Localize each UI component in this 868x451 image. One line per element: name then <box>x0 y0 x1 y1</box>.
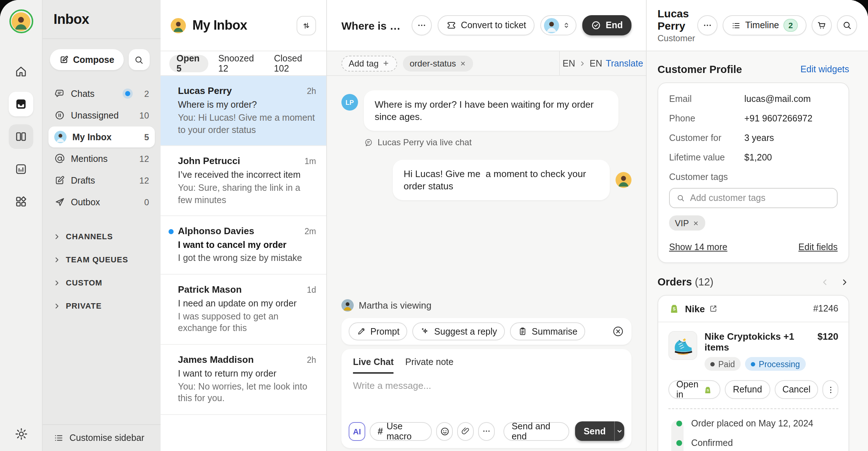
edit-fields-link[interactable]: Edit fields <box>799 242 838 252</box>
analytics-icon[interactable] <box>9 157 33 181</box>
ai-assist-toolbar: Prompt Suggest a reply Summarise <box>341 318 631 345</box>
timeline-button[interactable]: Timeline 2 <box>723 15 807 35</box>
sidebar-header: Inbox <box>43 0 161 39</box>
order-card: S Nike #1246 Nike Cryptokicks +1 items <box>658 295 849 451</box>
sidebar-search-button[interactable] <box>129 49 150 70</box>
cart-button[interactable] <box>812 15 832 35</box>
chat-panel: Where is my order? I... Convert to ticke… <box>327 0 646 451</box>
order-more-button[interactable] <box>823 380 838 399</box>
panel-search-button[interactable] <box>837 15 857 35</box>
app-window: Inbox Compose Chats 2 <box>0 0 868 451</box>
edit-widgets-link[interactable]: Edit widgets <box>800 64 849 74</box>
use-macro-button[interactable]: # Use macro <box>370 422 432 441</box>
chat-more-button[interactable] <box>412 15 432 35</box>
incoming-message: Where is my order? I have been waiting f… <box>364 90 618 131</box>
send-options-button[interactable] <box>614 421 624 441</box>
sort-button[interactable] <box>297 16 316 35</box>
translate-link[interactable]: Translate <box>606 58 643 68</box>
tab-snoozed[interactable]: Snoozed 12 <box>211 55 264 72</box>
summarise-button[interactable]: Summarise <box>510 322 585 340</box>
emoji-button[interactable] <box>436 422 453 441</box>
send-and-end-button[interactable]: Send and end <box>504 422 569 441</box>
sidebar-item-chats[interactable]: Chats 2 <box>48 83 155 104</box>
customer-profile-card: Email lucas@mail.com Phone +91 960726697… <box>658 82 849 263</box>
refund-button[interactable]: Refund <box>725 380 770 399</box>
product-image <box>668 331 697 360</box>
sidebar-section-channels[interactable]: CHANNELS <box>48 226 155 247</box>
orders-prev-icon[interactable] <box>820 277 830 287</box>
more-tools-button[interactable] <box>478 422 495 441</box>
ticket-icon <box>446 20 456 30</box>
columns-icon[interactable] <box>9 124 33 149</box>
viewer-avatar <box>341 299 354 312</box>
add-tag-button[interactable]: Add tag <box>341 55 397 71</box>
pause-circle-icon <box>54 110 65 121</box>
tab-private-note[interactable]: Private note <box>405 357 454 374</box>
end-chat-button[interactable]: End <box>583 15 631 35</box>
timeline-list-icon <box>731 21 741 30</box>
customise-sidebar-button[interactable]: Customise sidebar <box>43 424 161 451</box>
close-icon[interactable] <box>460 60 467 67</box>
compose-button[interactable]: Compose <box>50 49 124 70</box>
customer-tags-field[interactable] <box>690 193 830 203</box>
open-in-shopify-button[interactable]: Open in S <box>668 380 721 399</box>
tab-closed[interactable]: Closed 102 <box>267 55 318 72</box>
tag-order-status[interactable]: order-status <box>403 55 473 71</box>
store-name: Nike <box>685 303 705 314</box>
conversation-item[interactable]: Patrick Mason 1d I need an update on my … <box>161 274 326 344</box>
send-button[interactable]: Send <box>575 421 614 441</box>
home-icon[interactable] <box>9 59 33 84</box>
sidebar-item-drafts[interactable]: Drafts 12 <box>48 170 155 191</box>
svg-text:S: S <box>673 306 676 312</box>
customer-tags-label: Customer tags <box>669 172 838 182</box>
count-badge: 2 <box>139 89 149 99</box>
sidebar-section-private[interactable]: PRIVATE <box>48 295 155 317</box>
conversation-item[interactable]: Lucas Perry 2h Where is my order? You: H… <box>161 76 326 146</box>
conversation-item[interactable]: James Maddison 2h I want to return my or… <box>161 344 326 415</box>
sidebar-section-custom[interactable]: CUSTOM <box>48 272 155 293</box>
lang-from[interactable]: EN <box>563 58 575 68</box>
sidebar-item-outbox[interactable]: Outbox 0 <box>48 192 155 212</box>
count-badge: 10 <box>139 110 149 120</box>
count-badge: 12 <box>139 175 149 185</box>
inbox-icon[interactable] <box>9 92 33 116</box>
check-circle-icon <box>591 20 601 30</box>
my-inbox-avatar <box>54 131 67 143</box>
chevron-right-icon <box>53 279 61 287</box>
vip-tag[interactable]: VIP <box>669 215 706 231</box>
close-ai-toolbar-icon[interactable] <box>612 325 624 338</box>
sidebar-item-my-inbox[interactable]: My Inbox 5 <box>48 126 155 147</box>
lang-to[interactable]: EN <box>590 58 602 68</box>
sidebar-item-unassigned[interactable]: Unassigned 10 <box>48 105 155 126</box>
tab-open[interactable]: Open 5 <box>169 55 208 72</box>
show-more-link[interactable]: Show 14 more <box>669 242 727 252</box>
external-link-icon[interactable] <box>709 304 718 313</box>
attachment-button[interactable] <box>457 422 474 441</box>
customer-more-button[interactable] <box>697 15 718 35</box>
assignee-selector[interactable] <box>541 15 577 35</box>
customer-tenure: 3 years <box>744 133 774 143</box>
prompt-button[interactable]: Prompt <box>349 322 408 340</box>
conversation-item[interactable]: Alphonso Davies 2m I want to cancel my o… <box>161 216 326 274</box>
ai-button[interactable]: AI <box>349 422 365 441</box>
sidebar-item-mentions[interactable]: Mentions 12 <box>48 148 155 169</box>
convert-to-ticket-button[interactable]: Convert to ticket <box>438 15 535 35</box>
live-chat-icon <box>364 138 373 147</box>
cancel-button[interactable]: Cancel <box>774 380 818 399</box>
dots-horizontal-icon <box>417 20 427 30</box>
message-input[interactable] <box>341 374 631 416</box>
viewing-status: Martha is viewing <box>359 300 431 311</box>
close-icon[interactable] <box>693 219 700 227</box>
sidebar-section-team-queues[interactable]: TEAM QUEUES <box>48 249 155 270</box>
order-price: $120 <box>817 331 838 371</box>
suggest-reply-button[interactable]: Suggest a reply <box>413 322 505 340</box>
customer-tags-input[interactable] <box>669 188 838 208</box>
sidebar: Inbox Compose Chats 2 <box>43 0 161 451</box>
settings-gear-icon[interactable] <box>14 427 28 441</box>
apps-icon[interactable] <box>9 189 33 214</box>
tab-live-chat[interactable]: Live Chat <box>353 357 394 374</box>
conversation-item[interactable]: John Petrucci 1m I’ve received the incor… <box>161 146 326 216</box>
orders-next-icon[interactable] <box>840 277 849 287</box>
user-avatar[interactable] <box>9 9 33 33</box>
timeline-count-badge: 2 <box>783 19 798 32</box>
